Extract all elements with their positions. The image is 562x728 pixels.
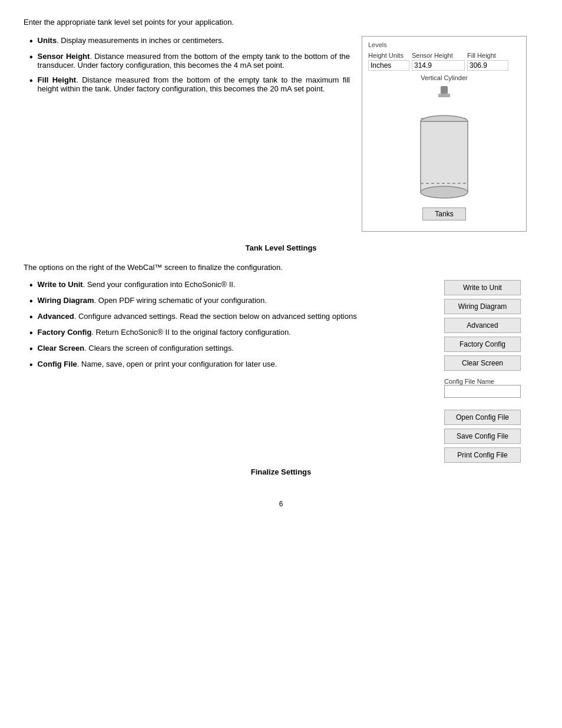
term-config-file: Config File bbox=[38, 360, 77, 368]
bullet-sensor-height: Sensor Height. Distance measured from th… bbox=[29, 52, 350, 70]
levels-title: Levels bbox=[368, 41, 520, 48]
section1-left: Units. Display measurements in inches or… bbox=[24, 36, 350, 232]
term-factory-config: Factory Config bbox=[38, 328, 92, 337]
config-file-section: Config File Name bbox=[444, 377, 538, 398]
tank-svg bbox=[409, 86, 480, 204]
bullet-list-section2: Write to Unit. Send your configuration i… bbox=[24, 280, 432, 370]
svg-rect-1 bbox=[438, 94, 450, 97]
term-clear-screen: Clear Screen bbox=[38, 344, 85, 353]
open-config-file-button[interactable]: Open Config File bbox=[444, 410, 521, 425]
desc-fill-height: Distance measured from the bottom of the… bbox=[38, 75, 350, 93]
levels-panel-container: Levels Height Units Sensor Height Fill H… bbox=[362, 36, 538, 232]
advanced-button[interactable]: Advanced bbox=[444, 318, 521, 333]
bullet-config-file: Config File. Name, save, open or print y… bbox=[29, 360, 432, 370]
col-sensor-header: Sensor Height bbox=[412, 52, 465, 59]
bullet-list-section1: Units. Display measurements in inches or… bbox=[24, 36, 350, 93]
bullet-advanced: Advanced. Configure advanced settings. R… bbox=[29, 312, 432, 322]
term-units: Units bbox=[38, 36, 57, 45]
desc-write-to-unit: Send your configuration into EchoSonic® … bbox=[87, 280, 236, 289]
desc-wiring-diagram: Open PDF wiring schematic of your config… bbox=[98, 296, 267, 305]
fill-height-value: 306.9 bbox=[467, 60, 508, 71]
write-to-unit-button[interactable]: Write to Unit bbox=[444, 280, 521, 295]
term-wiring-diagram: Wiring Diagram bbox=[38, 296, 94, 305]
section2-text: The options on the right of the WebCal™ … bbox=[24, 263, 538, 272]
section2-layout: Write to Unit. Send your configuration i… bbox=[24, 280, 538, 463]
desc-clear-screen: Clears the screen of configuration setti… bbox=[88, 344, 233, 353]
term-advanced: Advanced bbox=[38, 312, 74, 321]
print-config-file-button[interactable]: Print Config File bbox=[444, 447, 521, 463]
desc-config-file: Name, save, open or print your configura… bbox=[81, 360, 277, 368]
sensor-height-value: 314.9 bbox=[412, 60, 465, 71]
figure1-caption: Tank Level Settings bbox=[24, 243, 538, 252]
desc-factory-config: Return EchoSonic® II to the original fac… bbox=[96, 328, 291, 337]
vertical-cylinder-label: Vertical Cylinder bbox=[368, 74, 520, 81]
bullet-write-to-unit: Write to Unit. Send your configuration i… bbox=[29, 280, 432, 290]
svg-point-5 bbox=[421, 186, 468, 198]
config-file-buttons-group: Open Config File Save Config File Print … bbox=[444, 410, 538, 463]
bullet-factory-config: Factory Config. Return EchoSonic® II to … bbox=[29, 328, 432, 338]
tanks-button[interactable]: Tanks bbox=[422, 207, 465, 220]
levels-data-row: Inches 314.9 306.9 bbox=[368, 60, 520, 71]
term-fill-height: Fill Height bbox=[38, 75, 77, 84]
figure2-caption: Finalize Settings bbox=[24, 467, 538, 476]
levels-panel: Levels Height Units Sensor Height Fill H… bbox=[362, 36, 527, 232]
svg-rect-4 bbox=[421, 121, 468, 192]
finalize-buttons-panel: Write to Unit Wiring Diagram Advanced Fa… bbox=[444, 280, 538, 463]
factory-config-button[interactable]: Factory Config bbox=[444, 337, 521, 352]
bullet-fill-height: Fill Height. Distance measured from the … bbox=[29, 75, 350, 93]
section2-left: Write to Unit. Send your configuration i… bbox=[24, 280, 432, 463]
save-config-file-button[interactable]: Save Config File bbox=[444, 429, 521, 444]
col-fill-header: Fill Height bbox=[467, 52, 508, 59]
term-write-to-unit: Write to Unit bbox=[38, 280, 83, 289]
height-units-value: Inches bbox=[368, 60, 409, 71]
config-file-label: Config File Name bbox=[444, 378, 538, 385]
bullet-units: Units. Display measurements in inches or… bbox=[29, 36, 350, 46]
tank-diagram: Tanks bbox=[368, 86, 520, 220]
desc-units: Display measurements in inches or centim… bbox=[61, 36, 224, 45]
page-number: 6 bbox=[24, 500, 538, 508]
bullet-clear-screen: Clear Screen. Clears the screen of confi… bbox=[29, 344, 432, 354]
levels-header-row: Height Units Sensor Height Fill Height bbox=[368, 52, 520, 59]
term-sensor-height: Sensor Height bbox=[38, 52, 90, 61]
intro-text: Enter the appropriate tank level set poi… bbox=[24, 18, 538, 27]
clear-screen-button[interactable]: Clear Screen bbox=[444, 355, 521, 371]
desc-advanced: Configure advanced settings. Read the se… bbox=[78, 312, 357, 321]
wiring-diagram-button[interactable]: Wiring Diagram bbox=[444, 299, 521, 314]
config-file-input[interactable] bbox=[444, 385, 521, 398]
col-height-units-header: Height Units bbox=[368, 52, 409, 59]
bullet-wiring-diagram: Wiring Diagram. Open PDF wiring schemati… bbox=[29, 296, 432, 306]
svg-rect-0 bbox=[441, 86, 448, 94]
